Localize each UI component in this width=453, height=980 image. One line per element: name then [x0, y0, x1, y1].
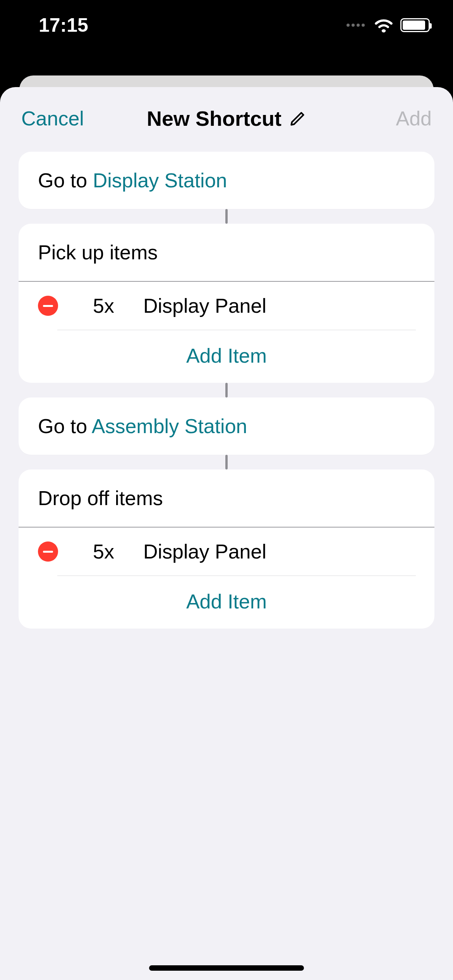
- modal-sheet: Cancel New Shortcut Add Go to Display St…: [0, 87, 453, 980]
- add-dropoff-item-button[interactable]: Add Item: [19, 576, 434, 629]
- status-right: [347, 18, 430, 33]
- battery-icon: [400, 18, 430, 32]
- goto-destination-link[interactable]: Assembly Station: [92, 415, 247, 437]
- home-indicator[interactable]: [149, 965, 304, 971]
- item-name: Display Panel: [143, 540, 266, 563]
- item-quantity: 5x: [93, 540, 128, 563]
- dropoff-header: Drop off items: [19, 469, 434, 528]
- minus-icon: [43, 305, 53, 307]
- remove-item-button[interactable]: [38, 541, 58, 562]
- wifi-icon: [374, 18, 393, 33]
- dropoff-item-row[interactable]: 5x Display Panel: [19, 528, 434, 576]
- add-pickup-item-button[interactable]: Add Item: [19, 330, 434, 383]
- goto-prefix: Go to: [38, 415, 92, 437]
- goto-step-card[interactable]: Go to Display Station: [19, 152, 434, 209]
- minus-icon: [43, 551, 53, 553]
- connector-line: [225, 209, 228, 224]
- shortcut-flow: Go to Display Station Pick up items 5x D…: [0, 152, 453, 629]
- pickup-item-row[interactable]: 5x Display Panel: [19, 282, 434, 330]
- title-wrap: New Shortcut: [147, 106, 306, 130]
- cellular-dots-icon: [347, 24, 365, 27]
- item-quantity: 5x: [93, 294, 128, 317]
- goto-prefix: Go to: [38, 169, 93, 192]
- connector-line: [225, 455, 228, 469]
- edit-title-button[interactable]: [289, 110, 306, 127]
- connector-line: [225, 383, 228, 397]
- cancel-button[interactable]: Cancel: [21, 107, 91, 130]
- pickup-step-card: Pick up items 5x Display Panel Add Item: [19, 224, 434, 383]
- remove-item-button[interactable]: [38, 296, 58, 316]
- goto-step-card[interactable]: Go to Assembly Station: [19, 397, 434, 455]
- pickup-header: Pick up items: [19, 224, 434, 282]
- add-button[interactable]: Add: [362, 107, 432, 130]
- goto-destination-link[interactable]: Display Station: [93, 169, 227, 192]
- sheet-header: Cancel New Shortcut Add: [0, 87, 453, 152]
- page-title: New Shortcut: [147, 106, 281, 130]
- item-name: Display Panel: [143, 294, 266, 317]
- dropoff-step-card: Drop off items 5x Display Panel Add Item: [19, 469, 434, 629]
- status-time: 17:15: [39, 14, 88, 36]
- status-bar: 17:15: [0, 0, 453, 50]
